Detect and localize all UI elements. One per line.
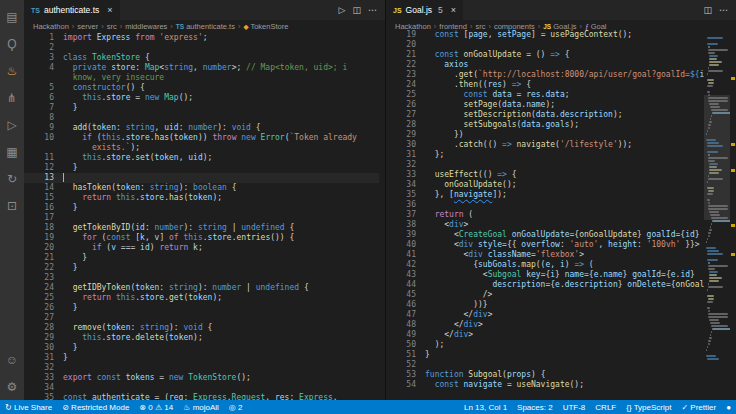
close-icon[interactable]: × [451, 5, 456, 15]
code-line[interactable]: 34 [24, 383, 379, 393]
explorer-icon[interactable]: ▤ [0, 3, 24, 30]
search-icon[interactable]: Ϙ [0, 30, 24, 57]
code-line[interactable]: 32 [24, 363, 379, 373]
prettier-status[interactable]: ✓ Prettier [676, 400, 721, 414]
close-icon[interactable]: × [107, 5, 112, 15]
breadcrumb-item[interactable]: middlewares [125, 22, 167, 31]
live-share-button[interactable]: ↻ Live Share [0, 400, 57, 414]
code-line[interactable]: 4 private store: Map<string, number>; //… [24, 63, 379, 73]
code-line[interactable]: 43 <Subgoal key={i} name={e.name} goalId… [386, 270, 704, 280]
more-actions-icon[interactable]: ⋯ [368, 5, 377, 15]
code-line[interactable]: 35const authenticate = (req: Express.Req… [24, 393, 379, 400]
eol[interactable]: CRLF [590, 400, 621, 414]
account-icon[interactable]: ☺ [0, 346, 24, 373]
minimap[interactable] [704, 33, 730, 400]
code-line[interactable]: 35 }, [navigate]); [386, 190, 704, 200]
code-line[interactable]: 42 {subGoals.map((e, i) => ( [386, 260, 704, 270]
code-line[interactable]: 21 const onGoalUpdate = () => { [386, 50, 704, 60]
code-line[interactable]: 23 .get(`http://localhost:8000/api/user/… [386, 70, 704, 80]
code-line[interactable]: 21 } [24, 253, 379, 263]
code-line[interactable]: 47 </div> [386, 310, 704, 320]
code-line[interactable]: 38 <div> [386, 220, 704, 230]
code-line[interactable]: 54 const navigate = useNavigate(); [386, 380, 704, 390]
code-line[interactable]: 18 getTokenByID(id: number): string | un… [24, 223, 379, 233]
code-line[interactable]: 13 [24, 173, 379, 183]
code-line[interactable]: exists.`); [24, 143, 379, 153]
code-line[interactable]: 1import Express from 'express'; [24, 33, 379, 43]
code-line[interactable]: 25 return this.store.get(token); [24, 293, 379, 303]
more-actions-icon[interactable]: ⋯ [719, 5, 728, 15]
run-icon[interactable]: ▷ [339, 5, 346, 15]
code-line[interactable]: 31} [24, 353, 379, 363]
breadcrumb-item[interactable]: server [77, 22, 98, 31]
code-line[interactable]: 15 return this.store.has(token); [24, 193, 379, 203]
breadcrumb-item[interactable]: Hackathon [33, 22, 69, 31]
extensions-icon[interactable]: ▦ [0, 138, 24, 165]
breadcrumb-item[interactable]: src [107, 22, 117, 31]
remote-explorer-icon[interactable]: ⊡ [0, 192, 24, 219]
code-line[interactable]: 10 if (this.store.has(token)) throw new … [24, 133, 379, 143]
settings-gear-icon[interactable]: ⚙ [0, 373, 24, 400]
language-mode[interactable]: {} TypeScript [621, 400, 676, 414]
live-share-icon[interactable]: ↻ [0, 165, 24, 192]
code-line[interactable]: know, very insecure [24, 73, 379, 83]
code-line[interactable]: 28 remove(token: string): void { [24, 323, 379, 333]
code-line[interactable]: 40 <div style={{ overflow: 'auto', heigh… [386, 240, 704, 250]
code-line[interactable]: 19 for (const [k, v] of this.store.entri… [24, 233, 379, 243]
code-line[interactable]: 22 } [24, 263, 379, 273]
code-line[interactable]: 49 </div> [386, 330, 704, 340]
code-line[interactable]: 25 const data = res.data; [386, 90, 704, 100]
code-line[interactable]: 44 description={e.description} onDelete=… [386, 280, 704, 290]
mojo-extension-icon[interactable]: ♨ [0, 57, 24, 84]
code-line[interactable]: 30 } [24, 343, 379, 353]
breadcrumb-item[interactable]: ◆TokenStore [243, 22, 288, 31]
problems-button[interactable]: ⊗ 0 ⚠ 14 [134, 400, 178, 414]
code-line[interactable]: 31 }; [386, 150, 704, 160]
code-line[interactable]: 11 this.store.set(token, uid); [24, 153, 379, 163]
code-line[interactable]: 34 onGoalUpdate(); [386, 180, 704, 190]
code-line[interactable]: 2 [24, 43, 379, 53]
minimap-slider[interactable] [704, 95, 730, 220]
restricted-mode-button[interactable]: ⊘ Restricted Mode [57, 400, 134, 414]
breadcrumb-item[interactable]: TSauthenticate.ts [176, 22, 235, 31]
indentation[interactable]: Spaces: 2 [512, 400, 558, 414]
code-line[interactable]: 30 .catch(() => navigate('/lifestyle')); [386, 140, 704, 150]
code-line[interactable]: 6 this.store = new Map(); [24, 93, 379, 103]
code-line[interactable]: 24 .then((res) => { [386, 80, 704, 90]
code-line[interactable]: 39 <CreateGoal onGoalUpdate={onGoalUpdat… [386, 230, 704, 240]
code-line[interactable]: 26 } [24, 303, 379, 313]
ports-status[interactable]: ◎ 2 [224, 400, 248, 414]
cursor-position[interactable]: Ln 13, Col 1 [459, 400, 512, 414]
tab-authenticate-ts[interactable]: TSauthenticate.ts× [24, 0, 121, 20]
code-line[interactable]: 8 [24, 113, 379, 123]
code-line[interactable]: 26 setPage(data.name); [386, 100, 704, 110]
mojo-status[interactable]: ♨ mojoAll [178, 400, 224, 414]
code-line[interactable]: 41 <div className='flexbox'> [386, 250, 704, 260]
code-line[interactable]: 20 [386, 40, 704, 50]
code-line[interactable]: 33 useEffect(() => { [386, 170, 704, 180]
split-editor-icon[interactable]: ◫ [703, 5, 712, 15]
code-line[interactable]: 16 } [24, 203, 379, 213]
code-line[interactable]: 5 constructor() { [24, 83, 379, 93]
code-line[interactable]: 27 [24, 313, 379, 323]
code-line[interactable]: 50 ); [386, 340, 704, 350]
code-line[interactable]: 14 hasToken(token: string): boolean { [24, 183, 379, 193]
code-line[interactable]: 29 }) [386, 130, 704, 140]
code-line[interactable]: 45 /> [386, 290, 704, 300]
code-line[interactable]: 19 const [page, setPage] = usePageContex… [386, 30, 704, 40]
code-line[interactable]: 24 getIDByToken(token: string): number |… [24, 283, 379, 293]
code-line[interactable]: 48 </div> [386, 320, 704, 330]
split-editor-icon[interactable]: ◫ [352, 5, 361, 15]
code-line[interactable]: 32 [386, 160, 704, 170]
code-line[interactable]: 37 return ( [386, 210, 704, 220]
source-control-icon[interactable]: ⋔ [0, 84, 24, 111]
code-line[interactable]: 23 [24, 273, 379, 283]
code-line[interactable]: 7 } [24, 103, 379, 113]
tab-goal-js[interactable]: JSGoal.js5× [386, 0, 464, 20]
code-line[interactable]: 46 ))} [386, 300, 704, 310]
encoding[interactable]: UTF-8 [558, 400, 591, 414]
code-line[interactable]: 29 this.store.delete(token); [24, 333, 379, 343]
code-line[interactable]: 20 if (v === id) return k; [24, 243, 379, 253]
code-line[interactable]: 17 [24, 213, 379, 223]
code-line[interactable]: 12 } [24, 163, 379, 173]
